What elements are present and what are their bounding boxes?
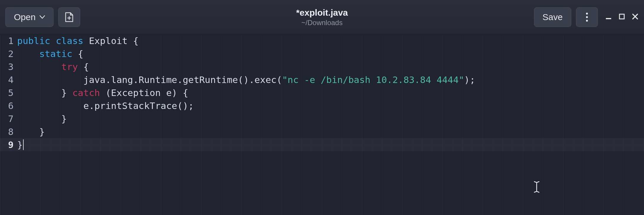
- svg-point-3: [586, 16, 588, 18]
- svg-rect-5: [606, 18, 611, 19]
- new-document-icon: [64, 12, 74, 22]
- maximize-button[interactable]: [619, 13, 625, 21]
- line-number: 6: [0, 99, 14, 112]
- document-title: *exploit.java: [296, 7, 348, 18]
- headerbar: Open *exploit.java ~/Downloads Save: [0, 0, 644, 34]
- maximize-icon: [619, 13, 625, 20]
- code-line[interactable]: static {: [17, 47, 644, 60]
- open-button[interactable]: Open: [5, 7, 54, 27]
- line-number: 1: [0, 34, 14, 47]
- svg-point-4: [586, 19, 588, 21]
- save-button-label: Save: [543, 12, 563, 22]
- text-cursor-ibeam-icon: [533, 180, 541, 196]
- new-document-button[interactable]: [58, 7, 80, 27]
- chevron-down-icon: [40, 15, 45, 19]
- svg-rect-6: [619, 14, 624, 19]
- line-number-gutter: 123456789: [0, 34, 16, 215]
- code-line[interactable]: java.lang.Runtime.getRuntime().exec("nc …: [17, 73, 644, 86]
- line-number: 4: [0, 73, 14, 86]
- minimize-button[interactable]: [605, 13, 612, 21]
- line-number: 3: [0, 60, 14, 73]
- code-content[interactable]: public class Exploit { static { try { ja…: [17, 34, 644, 151]
- svg-point-2: [586, 12, 588, 14]
- window-controls: [605, 13, 639, 21]
- title-block: *exploit.java ~/Downloads: [296, 7, 348, 27]
- line-number: 8: [0, 125, 14, 138]
- minimize-icon: [605, 13, 612, 20]
- kebab-menu-icon: [586, 12, 588, 22]
- code-line[interactable]: }: [17, 125, 644, 138]
- menu-button[interactable]: [576, 7, 598, 27]
- save-button[interactable]: Save: [534, 7, 571, 27]
- line-number: 2: [0, 47, 14, 60]
- code-line[interactable]: public class Exploit {: [17, 34, 644, 47]
- editor-area[interactable]: 123456789 public class Exploit { static …: [0, 34, 644, 215]
- document-path: ~/Downloads: [296, 18, 348, 27]
- code-line[interactable]: try {: [17, 60, 644, 73]
- open-button-label: Open: [14, 12, 35, 22]
- code-line[interactable]: }: [0, 138, 644, 151]
- code-line[interactable]: } catch (Exception e) {: [17, 86, 644, 99]
- close-button[interactable]: [632, 13, 639, 21]
- line-number: 7: [0, 112, 14, 125]
- code-line[interactable]: }: [17, 112, 644, 125]
- headerbar-right: Save: [534, 7, 639, 27]
- headerbar-left: Open: [5, 7, 80, 27]
- line-number: 5: [0, 86, 14, 99]
- close-icon: [632, 13, 639, 20]
- code-line[interactable]: e.printStackTrace();: [17, 99, 644, 112]
